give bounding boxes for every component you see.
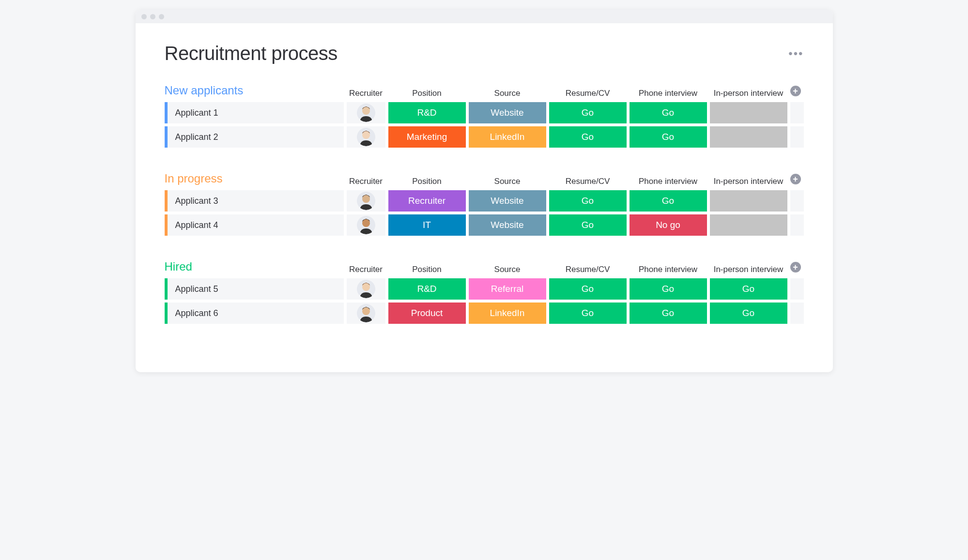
item-name-cell[interactable]: Applicant 1 — [165, 102, 344, 123]
position-label: Marketing — [407, 132, 447, 142]
recruiter-avatar[interactable] — [347, 278, 385, 300]
row-end-cell — [790, 214, 804, 236]
column-header-position[interactable]: Position — [388, 265, 466, 274]
position-cell[interactable]: Recruiter — [388, 190, 466, 212]
row-end-cell — [790, 126, 804, 148]
group-title[interactable]: In progress — [165, 172, 344, 186]
board-menu-button[interactable]: ••• — [788, 47, 803, 61]
source-label: Referral — [491, 284, 524, 294]
table-row[interactable]: Applicant 6 ProductLinkedInGoGoGo — [165, 303, 804, 324]
recruiter-avatar[interactable] — [347, 102, 385, 123]
item-name: Applicant 3 — [175, 196, 218, 206]
resume-label: Go — [582, 220, 594, 230]
group-blue: New applicants Recruiter Position Source… — [165, 84, 804, 148]
column-header-position[interactable]: Position — [388, 89, 466, 98]
item-name-cell[interactable]: Applicant 4 — [165, 214, 344, 236]
table-row[interactable]: Applicant 5 R&DReferralGoGoGo — [165, 278, 804, 300]
source-cell[interactable]: LinkedIn — [469, 303, 546, 324]
resume-cell[interactable]: Go — [549, 303, 627, 324]
inperson-cell[interactable] — [710, 190, 787, 212]
item-name: Applicant 4 — [175, 220, 218, 230]
item-name: Applicant 6 — [175, 308, 218, 318]
table-row[interactable]: Applicant 1 R&DWebsiteGoGo — [165, 102, 804, 123]
table-row[interactable]: Applicant 2 MarketingLinkedInGoGo — [165, 126, 804, 148]
phone-cell[interactable]: Go — [630, 126, 707, 148]
inperson-cell[interactable] — [710, 102, 787, 123]
group-title[interactable]: New applicants — [165, 84, 344, 98]
column-header-phone[interactable]: Phone interview — [630, 177, 707, 186]
column-header-resume[interactable]: Resume/CV — [549, 177, 627, 186]
phone-label: Go — [662, 196, 674, 206]
column-header-source[interactable]: Source — [469, 265, 546, 274]
column-header-recruiter[interactable]: Recruiter — [347, 265, 385, 274]
window-controls[interactable] — [141, 14, 164, 19]
inperson-cell[interactable]: Go — [710, 303, 787, 324]
column-header-inperson[interactable]: In-person interview — [710, 89, 787, 98]
position-label: R&D — [417, 284, 436, 294]
resume-cell[interactable]: Go — [549, 278, 627, 300]
phone-cell[interactable]: Go — [630, 102, 707, 123]
source-label: LinkedIn — [490, 308, 525, 318]
recruiter-avatar[interactable] — [347, 190, 385, 212]
add-column-button[interactable]: + — [790, 174, 801, 184]
phone-label: No go — [656, 220, 680, 230]
item-name-cell[interactable]: Applicant 6 — [165, 303, 344, 324]
column-header-source[interactable]: Source — [469, 177, 546, 186]
column-header-phone[interactable]: Phone interview — [630, 89, 707, 98]
column-header-resume[interactable]: Resume/CV — [549, 89, 627, 98]
row-end-cell — [790, 190, 804, 212]
source-cell[interactable]: Referral — [469, 278, 546, 300]
position-cell[interactable]: IT — [388, 214, 466, 236]
position-cell[interactable]: R&D — [388, 278, 466, 300]
position-label: Recruiter — [408, 196, 446, 206]
column-header-recruiter[interactable]: Recruiter — [347, 89, 385, 98]
inperson-cell[interactable] — [710, 214, 787, 236]
inperson-label: Go — [742, 308, 754, 318]
recruiter-avatar[interactable] — [347, 214, 385, 236]
phone-cell[interactable]: Go — [630, 303, 707, 324]
item-name-cell[interactable]: Applicant 3 — [165, 190, 344, 212]
page-header: Recruitment process ••• — [165, 43, 804, 64]
position-cell[interactable]: Product — [388, 303, 466, 324]
inperson-cell[interactable] — [710, 126, 787, 148]
phone-cell[interactable]: No go — [630, 214, 707, 236]
inperson-cell[interactable]: Go — [710, 278, 787, 300]
window-control-minimize[interactable] — [150, 14, 155, 19]
phone-label: Go — [662, 107, 674, 118]
item-name-cell[interactable]: Applicant 5 — [165, 278, 344, 300]
table-row[interactable]: Applicant 4 ITWebsiteGoNo go — [165, 214, 804, 236]
source-cell[interactable]: Website — [469, 190, 546, 212]
column-header-inperson[interactable]: In-person interview — [710, 265, 787, 274]
recruiter-avatar[interactable] — [347, 303, 385, 324]
column-header-source[interactable]: Source — [469, 89, 546, 98]
table-row[interactable]: Applicant 3 RecruiterWebsiteGoGo — [165, 190, 804, 212]
source-label: Website — [491, 196, 523, 206]
window-control-maximize[interactable] — [159, 14, 164, 19]
group-title[interactable]: Hired — [165, 260, 344, 274]
resume-cell[interactable]: Go — [549, 102, 627, 123]
source-cell[interactable]: LinkedIn — [469, 126, 546, 148]
add-column-button[interactable]: + — [790, 86, 801, 96]
column-header-inperson[interactable]: In-person interview — [710, 177, 787, 186]
position-cell[interactable]: R&D — [388, 102, 466, 123]
column-header-phone[interactable]: Phone interview — [630, 265, 707, 274]
position-cell[interactable]: Marketing — [388, 126, 466, 148]
group-orange: In progress Recruiter Position Source Re… — [165, 172, 804, 236]
phone-label: Go — [662, 308, 674, 318]
column-header-position[interactable]: Position — [388, 177, 466, 186]
phone-cell[interactable]: Go — [630, 190, 707, 212]
item-name: Applicant 1 — [175, 108, 218, 118]
window-control-close[interactable] — [141, 14, 147, 19]
resume-cell[interactable]: Go — [549, 190, 627, 212]
resume-cell[interactable]: Go — [549, 126, 627, 148]
source-cell[interactable]: Website — [469, 214, 546, 236]
resume-cell[interactable]: Go — [549, 214, 627, 236]
recruiter-avatar[interactable] — [347, 126, 385, 148]
add-column-button[interactable]: + — [790, 262, 801, 272]
phone-cell[interactable]: Go — [630, 278, 707, 300]
position-label: IT — [423, 220, 431, 230]
item-name-cell[interactable]: Applicant 2 — [165, 126, 344, 148]
column-header-resume[interactable]: Resume/CV — [549, 265, 627, 274]
source-cell[interactable]: Website — [469, 102, 546, 123]
column-header-recruiter[interactable]: Recruiter — [347, 177, 385, 186]
